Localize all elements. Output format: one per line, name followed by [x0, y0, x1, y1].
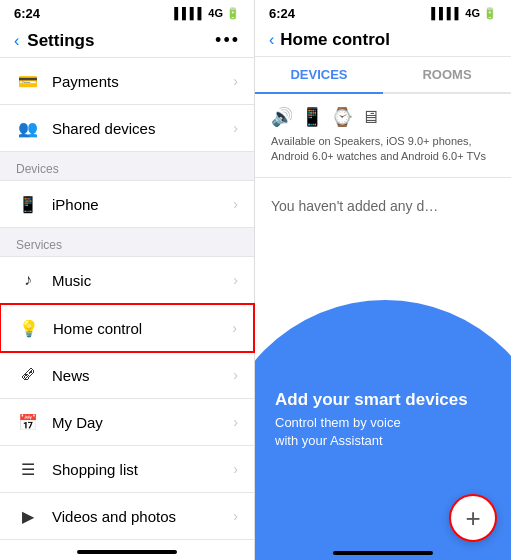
right-top-bar: ‹ Home control: [255, 24, 511, 57]
add-device-button[interactable]: +: [449, 494, 497, 542]
device-icons-row: 🔊 📱 ⌚ 🖥: [255, 94, 511, 134]
services-section-header: Services: [0, 228, 254, 257]
videos-icon: ▶: [16, 504, 40, 528]
home-control-item[interactable]: 💡 Home control ›: [0, 303, 255, 353]
tv-icon: 🖥: [361, 107, 379, 128]
empty-message: You haven't added any d…: [255, 178, 511, 234]
right-screen-title: Home control: [280, 30, 390, 50]
left-network-icon: 4G: [208, 7, 223, 19]
right-network-icon: 4G: [465, 7, 480, 19]
shared-devices-item[interactable]: 👥 Shared devices ›: [0, 105, 254, 152]
iphone-label: iPhone: [52, 196, 233, 213]
left-status-bar: 6:24 ▌▌▌▌ 4G 🔋: [0, 0, 254, 24]
right-battery-icon: 🔋: [483, 7, 497, 20]
home-control-label: Home control: [53, 320, 232, 337]
left-screen-title: Settings: [27, 31, 215, 51]
videos-label: Videos and photos: [52, 508, 233, 525]
left-panel: 6:24 ▌▌▌▌ 4G 🔋 ‹ Settings ••• 💳 Payments…: [0, 0, 255, 560]
iphone-chevron: ›: [233, 196, 238, 212]
news-label: News: [52, 367, 233, 384]
payments-label: Payments: [52, 73, 233, 90]
music-label: Music: [52, 272, 233, 289]
shared-devices-label: Shared devices: [52, 120, 233, 137]
news-icon: 🗞: [16, 363, 40, 387]
speaker-icon: 🔊: [271, 106, 293, 128]
right-time: 6:24: [269, 6, 295, 21]
left-home-bar: [77, 550, 177, 554]
music-item[interactable]: ♪ Music ›: [0, 257, 254, 304]
my-day-label: My Day: [52, 414, 233, 431]
more-button[interactable]: •••: [215, 30, 240, 51]
news-chevron: ›: [233, 367, 238, 383]
shared-devices-icon: 👥: [16, 116, 40, 140]
payments-icon: 💳: [16, 69, 40, 93]
shared-devices-chevron: ›: [233, 120, 238, 136]
watch-icon: ⌚: [331, 106, 353, 128]
home-control-icon: 💡: [17, 316, 41, 340]
shopping-icon: ☰: [16, 457, 40, 481]
payments-item[interactable]: 💳 Payments ›: [0, 58, 254, 105]
left-back-button[interactable]: ‹: [14, 32, 19, 50]
videos-item[interactable]: ▶ Videos and photos ›: [0, 493, 254, 540]
right-status-bar: 6:24 ▌▌▌▌ 4G 🔋: [255, 0, 511, 24]
my-day-icon: 📅: [16, 410, 40, 434]
my-day-item[interactable]: 📅 My Day ›: [0, 399, 254, 446]
music-chevron: ›: [233, 272, 238, 288]
iphone-item[interactable]: 📱 iPhone ›: [0, 181, 254, 228]
right-panel: 6:24 ▌▌▌▌ 4G 🔋 ‹ Home control DEVICES RO…: [255, 0, 511, 560]
home-control-chevron: ›: [232, 320, 237, 336]
shopping-item[interactable]: ☰ Shopping list ›: [0, 446, 254, 493]
right-home-bar: [333, 551, 433, 555]
phone-device-icon: 📱: [301, 106, 323, 128]
left-time: 6:24: [14, 6, 40, 21]
shopping-chevron: ›: [233, 461, 238, 477]
iphone-icon: 📱: [16, 192, 40, 216]
shopping-label: Shopping list: [52, 461, 233, 478]
tab-devices[interactable]: DEVICES: [255, 57, 383, 92]
left-home-indicator: [0, 542, 254, 560]
right-back-button[interactable]: ‹: [269, 31, 274, 49]
smart-devices-text: Add your smart devices Control them by v…: [275, 390, 468, 450]
devices-section-header: Devices: [0, 152, 254, 181]
right-signal-icon: ▌▌▌▌: [431, 7, 462, 19]
left-signal-icon: ▌▌▌▌: [174, 7, 205, 19]
left-status-icons: ▌▌▌▌ 4G 🔋: [174, 7, 240, 20]
tab-rooms[interactable]: ROOMS: [383, 57, 511, 92]
music-icon: ♪: [16, 268, 40, 292]
right-home-indicator: [255, 546, 511, 560]
tabs-bar: DEVICES ROOMS: [255, 57, 511, 94]
device-description: Available on Speakers, iOS 9.0+ phones, …: [255, 134, 511, 178]
my-day-chevron: ›: [233, 414, 238, 430]
smart-devices-subtitle: Control them by voice with your Assistan…: [275, 414, 468, 450]
right-status-icons: ▌▌▌▌ 4G 🔋: [431, 7, 497, 20]
left-battery-icon: 🔋: [226, 7, 240, 20]
left-top-bar: ‹ Settings •••: [0, 24, 254, 58]
payments-chevron: ›: [233, 73, 238, 89]
videos-chevron: ›: [233, 508, 238, 524]
news-item[interactable]: 🗞 News ›: [0, 352, 254, 399]
smart-devices-title: Add your smart devices: [275, 390, 468, 410]
